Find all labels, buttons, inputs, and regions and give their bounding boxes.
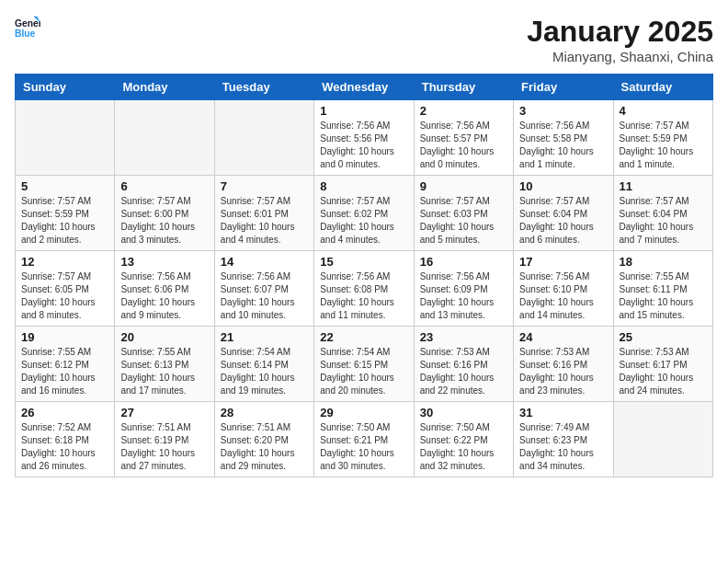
calendar-day-cell: 11Sunrise: 7:57 AM Sunset: 6:04 PM Dayli… bbox=[613, 176, 712, 251]
day-info: Sunrise: 7:56 AM Sunset: 6:09 PM Dayligh… bbox=[420, 270, 507, 322]
calendar-day-cell: 13Sunrise: 7:56 AM Sunset: 6:06 PM Dayli… bbox=[115, 251, 214, 327]
day-info: Sunrise: 7:50 AM Sunset: 6:21 PM Dayligh… bbox=[320, 421, 407, 473]
calendar-day-cell: 2Sunrise: 7:56 AM Sunset: 5:57 PM Daylig… bbox=[414, 100, 513, 176]
day-info: Sunrise: 7:56 AM Sunset: 5:56 PM Dayligh… bbox=[320, 120, 407, 171]
day-info: Sunrise: 7:49 AM Sunset: 6:23 PM Dayligh… bbox=[519, 421, 607, 473]
day-number: 11 bbox=[620, 179, 707, 193]
day-info: Sunrise: 7:57 AM Sunset: 5:59 PM Dayligh… bbox=[21, 195, 108, 247]
weekday-header-cell: Thursday bbox=[414, 75, 513, 100]
calendar-day-cell: 27Sunrise: 7:51 AM Sunset: 6:19 PM Dayli… bbox=[115, 402, 214, 477]
day-info: Sunrise: 7:53 AM Sunset: 6:17 PM Dayligh… bbox=[620, 346, 707, 397]
day-info: Sunrise: 7:57 AM Sunset: 6:04 PM Dayligh… bbox=[519, 195, 607, 247]
day-info: Sunrise: 7:57 AM Sunset: 6:05 PM Dayligh… bbox=[21, 270, 108, 322]
day-info: Sunrise: 7:57 AM Sunset: 5:59 PM Dayligh… bbox=[620, 120, 707, 171]
day-info: Sunrise: 7:52 AM Sunset: 6:18 PM Dayligh… bbox=[21, 421, 108, 473]
calendar-day-cell: 8Sunrise: 7:57 AM Sunset: 6:02 PM Daylig… bbox=[314, 176, 414, 251]
day-number: 28 bbox=[221, 406, 308, 419]
calendar-day-cell: 4Sunrise: 7:57 AM Sunset: 5:59 PM Daylig… bbox=[613, 100, 712, 176]
calendar-day-cell: 26Sunrise: 7:52 AM Sunset: 6:18 PM Dayli… bbox=[16, 402, 115, 477]
day-number: 15 bbox=[320, 255, 407, 269]
day-info: Sunrise: 7:56 AM Sunset: 6:06 PM Dayligh… bbox=[120, 270, 208, 322]
day-number: 25 bbox=[620, 330, 707, 344]
day-number: 5 bbox=[21, 179, 108, 193]
day-number: 17 bbox=[519, 255, 607, 269]
calendar-table: SundayMondayTuesdayWednesdayThursdayFrid… bbox=[15, 74, 713, 477]
day-number: 24 bbox=[519, 330, 607, 344]
day-info: Sunrise: 7:55 AM Sunset: 6:13 PM Dayligh… bbox=[120, 346, 208, 397]
day-info: Sunrise: 7:53 AM Sunset: 6:16 PM Dayligh… bbox=[420, 346, 507, 397]
day-number: 22 bbox=[320, 330, 407, 344]
day-number: 4 bbox=[620, 104, 707, 118]
calendar-day-cell: 31Sunrise: 7:49 AM Sunset: 6:23 PM Dayli… bbox=[514, 402, 613, 477]
day-info: Sunrise: 7:57 AM Sunset: 6:00 PM Dayligh… bbox=[120, 195, 208, 247]
day-number: 6 bbox=[120, 179, 208, 193]
weekday-header-cell: Tuesday bbox=[214, 75, 313, 100]
calendar-week-row: 1Sunrise: 7:56 AM Sunset: 5:56 PM Daylig… bbox=[16, 100, 713, 176]
weekday-header-cell: Sunday bbox=[16, 75, 115, 100]
calendar-day-cell: 22Sunrise: 7:54 AM Sunset: 6:15 PM Dayli… bbox=[314, 327, 414, 402]
calendar-title: January 2025 bbox=[527, 15, 713, 49]
day-info: Sunrise: 7:50 AM Sunset: 6:22 PM Dayligh… bbox=[420, 421, 507, 473]
weekday-header-cell: Saturday bbox=[613, 75, 712, 100]
calendar-week-row: 26Sunrise: 7:52 AM Sunset: 6:18 PM Dayli… bbox=[16, 402, 713, 477]
calendar-day-cell: 24Sunrise: 7:53 AM Sunset: 6:16 PM Dayli… bbox=[514, 327, 613, 402]
calendar-subtitle: Mianyang, Shaanxi, China bbox=[527, 49, 713, 64]
logo-icon: General Blue bbox=[15, 15, 40, 40]
day-info: Sunrise: 7:57 AM Sunset: 6:01 PM Dayligh… bbox=[221, 195, 308, 247]
calendar-day-cell: 21Sunrise: 7:54 AM Sunset: 6:14 PM Dayli… bbox=[214, 327, 313, 402]
calendar-day-cell: 30Sunrise: 7:50 AM Sunset: 6:22 PM Dayli… bbox=[414, 402, 513, 477]
weekday-header-cell: Monday bbox=[115, 75, 214, 100]
logo: General Blue bbox=[15, 15, 40, 40]
calendar-day-cell: 1Sunrise: 7:56 AM Sunset: 5:56 PM Daylig… bbox=[314, 100, 414, 176]
day-info: Sunrise: 7:54 AM Sunset: 6:14 PM Dayligh… bbox=[221, 346, 308, 397]
day-number: 7 bbox=[221, 179, 308, 193]
calendar-day-cell: 6Sunrise: 7:57 AM Sunset: 6:00 PM Daylig… bbox=[115, 176, 214, 251]
day-number: 26 bbox=[21, 406, 108, 419]
calendar-day-cell bbox=[214, 100, 313, 176]
day-number: 31 bbox=[519, 406, 607, 419]
calendar-day-cell: 18Sunrise: 7:55 AM Sunset: 6:11 PM Dayli… bbox=[613, 251, 712, 327]
calendar-day-cell: 20Sunrise: 7:55 AM Sunset: 6:13 PM Dayli… bbox=[115, 327, 214, 402]
day-number: 14 bbox=[221, 255, 308, 269]
day-number: 18 bbox=[620, 255, 707, 269]
calendar-day-cell: 14Sunrise: 7:56 AM Sunset: 6:07 PM Dayli… bbox=[214, 251, 313, 327]
day-info: Sunrise: 7:57 AM Sunset: 6:04 PM Dayligh… bbox=[620, 195, 707, 247]
day-info: Sunrise: 7:51 AM Sunset: 6:19 PM Dayligh… bbox=[120, 421, 208, 473]
calendar-day-cell: 16Sunrise: 7:56 AM Sunset: 6:09 PM Dayli… bbox=[414, 251, 513, 327]
calendar-week-row: 12Sunrise: 7:57 AM Sunset: 6:05 PM Dayli… bbox=[16, 251, 713, 327]
day-info: Sunrise: 7:56 AM Sunset: 6:07 PM Dayligh… bbox=[221, 270, 308, 322]
day-number: 27 bbox=[120, 406, 208, 419]
day-number: 19 bbox=[21, 330, 108, 344]
day-number: 12 bbox=[21, 255, 108, 269]
day-number: 1 bbox=[320, 104, 407, 118]
day-info: Sunrise: 7:56 AM Sunset: 5:57 PM Dayligh… bbox=[420, 120, 507, 171]
calendar-day-cell: 3Sunrise: 7:56 AM Sunset: 5:58 PM Daylig… bbox=[514, 100, 613, 176]
day-number: 30 bbox=[420, 406, 507, 419]
calendar-day-cell: 12Sunrise: 7:57 AM Sunset: 6:05 PM Dayli… bbox=[16, 251, 115, 327]
calendar-day-cell: 5Sunrise: 7:57 AM Sunset: 5:59 PM Daylig… bbox=[16, 176, 115, 251]
day-info: Sunrise: 7:56 AM Sunset: 6:08 PM Dayligh… bbox=[320, 270, 407, 322]
weekday-header-cell: Friday bbox=[514, 75, 613, 100]
calendar-day-cell: 10Sunrise: 7:57 AM Sunset: 6:04 PM Dayli… bbox=[514, 176, 613, 251]
svg-text:Blue: Blue bbox=[15, 29, 36, 39]
calendar-day-cell bbox=[115, 100, 214, 176]
day-info: Sunrise: 7:54 AM Sunset: 6:15 PM Dayligh… bbox=[320, 346, 407, 397]
day-number: 16 bbox=[420, 255, 507, 269]
weekday-header-cell: Wednesday bbox=[314, 75, 414, 100]
day-number: 21 bbox=[221, 330, 308, 344]
day-info: Sunrise: 7:57 AM Sunset: 6:02 PM Dayligh… bbox=[320, 195, 407, 247]
day-info: Sunrise: 7:56 AM Sunset: 5:58 PM Dayligh… bbox=[519, 120, 607, 171]
calendar-day-cell: 9Sunrise: 7:57 AM Sunset: 6:03 PM Daylig… bbox=[414, 176, 513, 251]
day-number: 3 bbox=[519, 104, 607, 118]
day-number: 9 bbox=[420, 179, 507, 193]
day-number: 13 bbox=[120, 255, 208, 269]
calendar-day-cell: 15Sunrise: 7:56 AM Sunset: 6:08 PM Dayli… bbox=[314, 251, 414, 327]
weekday-header-row: SundayMondayTuesdayWednesdayThursdayFrid… bbox=[16, 75, 713, 100]
calendar-day-cell bbox=[16, 100, 115, 176]
svg-text:General: General bbox=[15, 18, 40, 29]
calendar-day-cell: 19Sunrise: 7:55 AM Sunset: 6:12 PM Dayli… bbox=[16, 327, 115, 402]
calendar-day-cell: 17Sunrise: 7:56 AM Sunset: 6:10 PM Dayli… bbox=[514, 251, 613, 327]
day-info: Sunrise: 7:53 AM Sunset: 6:16 PM Dayligh… bbox=[519, 346, 607, 397]
day-number: 29 bbox=[320, 406, 407, 419]
calendar-day-cell: 25Sunrise: 7:53 AM Sunset: 6:17 PM Dayli… bbox=[613, 327, 712, 402]
